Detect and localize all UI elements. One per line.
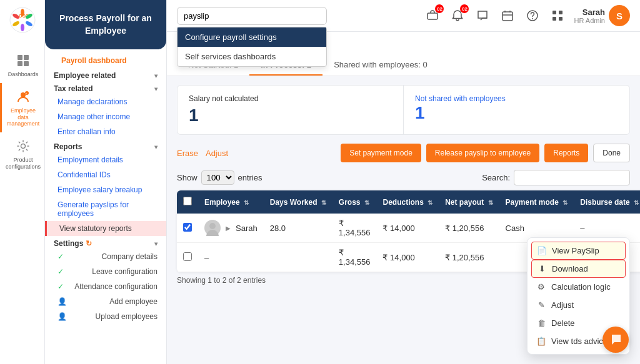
svg-point-2 <box>21 9 24 16</box>
search-dropdown-item-self-services[interactable]: Self services dashboards <box>178 47 326 66</box>
sidebar-item-add-employee[interactable]: 👤 Add employee <box>45 294 166 309</box>
context-menu-calculation-logic[interactable]: ⚙ Calculation logic <box>528 278 629 296</box>
action-bar-left: Erase Adjust <box>177 149 228 158</box>
sidebar-item-product-config[interactable]: Product configurations <box>0 132 44 175</box>
sidebar-item-upload-employees[interactable]: 👤 Upload employees <box>45 309 166 324</box>
payroll-dashboard-link[interactable]: Payroll dashboard <box>45 53 166 68</box>
search-input[interactable] <box>177 7 327 25</box>
user-info: Sarah HR Admin S <box>574 5 630 26</box>
entries-label: entries <box>238 173 262 182</box>
row1-avatar <box>204 220 221 236</box>
done-button[interactable]: Done <box>593 144 630 162</box>
search-dropdown-item-configure[interactable]: Configure payroll settings <box>178 27 326 47</box>
select-all-checkbox[interactable] <box>183 197 192 205</box>
col-days-worked: Days Worked ⇅ <box>264 190 332 214</box>
help-icon-btn[interactable] <box>524 7 541 24</box>
row1-expand-icon[interactable]: ▶ <box>226 225 231 232</box>
svg-text:+: + <box>26 91 28 95</box>
calculation-icon: ⚙ <box>536 282 546 292</box>
sidebar: Process Payroll for an Employee Payroll … <box>45 0 167 364</box>
svg-point-26 <box>209 223 216 229</box>
sidebar-group-employee-related[interactable]: Employee related ▾ <box>45 68 166 81</box>
stat-label-0: Salary not calculated <box>189 94 392 103</box>
chat-icon-btn[interactable] <box>474 7 491 24</box>
row2-employee: – <box>198 243 264 272</box>
svg-rect-9 <box>18 55 22 60</box>
table-search-box: Search: <box>482 170 630 185</box>
stat-value-1: 1 <box>415 103 618 123</box>
show-label: Show <box>177 173 198 182</box>
sidebar-item-dashboards[interactable]: Dashboards <box>0 47 44 83</box>
stat-sublabel-1: Not shared with employees <box>415 94 618 103</box>
reports-button[interactable]: Reports <box>544 144 588 162</box>
col-employee: Employee ⇅ <box>198 190 264 214</box>
user-name: Sarah <box>574 7 605 17</box>
sidebar-item-confidential-ids[interactable]: Confidential IDs <box>45 167 166 182</box>
row1-check <box>177 214 198 243</box>
svg-rect-12 <box>24 61 29 66</box>
sidebar-item-leave-config[interactable]: ✓ Leave configuration <box>45 264 166 279</box>
context-menu-view-payslip[interactable]: 📄 View PaySlip <box>531 242 626 260</box>
context-menu-adjust[interactable]: ✎ Adjust <box>528 296 629 314</box>
sidebar-item-manage-other-income[interactable]: Manage other income <box>45 109 166 124</box>
refresh-icon[interactable]: ↻ <box>86 239 92 248</box>
adjust-icon: ✎ <box>536 300 546 310</box>
sidebar-group-settings[interactable]: Settings ↻ ▾ <box>45 236 166 249</box>
download-icon: ⬇ <box>537 264 547 273</box>
col-deductions: Deductions ⇅ <box>376 190 439 214</box>
sidebar-group-tax-related[interactable]: Tax related ▾ <box>45 81 166 94</box>
erase-button[interactable]: Erase <box>177 149 198 158</box>
table-controls: Show 100 25 50 entries Search: <box>177 170 630 185</box>
left-rail: LOGO Dashboards <box>0 0 45 364</box>
svg-point-25 <box>206 230 219 236</box>
alerts-btn[interactable]: 02 <box>449 7 466 24</box>
sidebar-item-employee-data[interactable]: + Employee data management <box>0 83 44 132</box>
sidebar-group-reports[interactable]: Reports ▾ <box>45 139 166 152</box>
row2-days-worked <box>264 243 332 272</box>
row1-days-worked: 28.0 <box>264 214 332 243</box>
chevron-down-icon: ▾ <box>154 86 158 92</box>
table-search-input[interactable] <box>514 170 630 185</box>
context-menu-download[interactable]: ⬇ Download <box>531 260 626 278</box>
svg-rect-17 <box>428 13 438 19</box>
row1-employee: ▶ Sarah <box>198 214 264 243</box>
svg-rect-24 <box>559 17 562 21</box>
product-config-label: Product configurations <box>4 157 42 170</box>
sidebar-item-manage-declarations[interactable]: Manage declarations <box>45 94 166 109</box>
entries-select[interactable]: 100 25 50 <box>201 170 234 185</box>
row2-checkbox[interactable] <box>183 252 192 261</box>
stats-row: Salary not calculated 1 Not shared with … <box>177 85 630 135</box>
tds-icon: 📋 <box>536 337 546 346</box>
sidebar-item-enter-challan-info[interactable]: Enter challan info <box>45 124 166 139</box>
stat-salary-not-calculated: Salary not calculated 1 <box>178 86 404 134</box>
sidebar-item-generate-payslips[interactable]: Generate payslips for employees <box>45 197 166 221</box>
set-payment-mode-button[interactable]: Set payment mode <box>341 144 421 162</box>
notifications-btn[interactable]: 02 <box>424 7 441 24</box>
chat-button[interactable] <box>602 327 629 353</box>
stat-not-shared: Not shared with employees 1 <box>404 86 629 134</box>
payslip-icon: 📄 <box>537 246 547 255</box>
row2-gross: ₹ 1,34,556 <box>332 243 377 272</box>
action-bar-right: Set payment mode Release payslip to empl… <box>341 144 630 162</box>
col-gross: Gross ⇅ <box>332 190 377 214</box>
tab-shared[interactable]: Shared with employees: 0 <box>322 55 439 76</box>
adjust-button[interactable]: Adjust <box>206 149 228 158</box>
user-avatar[interactable]: S <box>609 5 630 26</box>
show-entries: Show 100 25 50 entries <box>177 170 262 185</box>
sidebar-item-attendance-config[interactable]: ✓ Attendance configuration <box>45 279 166 294</box>
svg-rect-10 <box>24 55 29 60</box>
col-disburse-date: Disburse date ⇅ <box>574 190 640 214</box>
calendar-icon-btn[interactable] <box>499 7 516 24</box>
sidebar-item-company-details[interactable]: ✓ Company details <box>45 249 166 264</box>
sidebar-item-view-statutory-reports[interactable]: View statutory reports <box>45 221 166 236</box>
apps-icon-btn[interactable] <box>549 7 566 24</box>
sidebar-item-salary-breakup[interactable]: Employee salary breakup <box>45 182 166 197</box>
search-wrapper: Configure payroll settings Self services… <box>177 7 327 25</box>
row2-check <box>177 243 198 272</box>
release-payslip-button[interactable]: Release payslip to employee <box>426 144 539 162</box>
chevron-down-icon: ▾ <box>154 144 158 150</box>
sidebar-item-employment-details[interactable]: Employment details <box>45 152 166 167</box>
search-label: Search: <box>482 173 510 182</box>
row1-checkbox[interactable] <box>183 223 192 232</box>
top-bar-right: 02 02 <box>424 5 630 26</box>
